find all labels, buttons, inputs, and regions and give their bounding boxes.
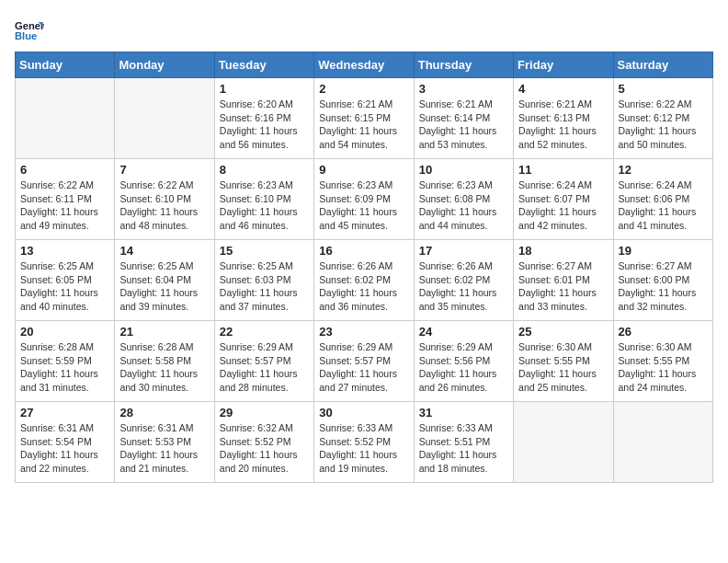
day-number: 3	[419, 82, 508, 96]
day-info: Sunrise: 6:33 AM Sunset: 5:51 PM Dayligh…	[419, 421, 508, 476]
weekday-header-tuesday: Tuesday	[214, 52, 313, 78]
day-info: Sunrise: 6:28 AM Sunset: 5:58 PM Dayligh…	[119, 340, 209, 395]
day-info: Sunrise: 6:25 AM Sunset: 6:03 PM Dayligh…	[220, 259, 309, 314]
day-number: 10	[419, 163, 508, 177]
day-number: 30	[319, 406, 408, 419]
day-number: 29	[220, 406, 309, 419]
calendar-cell: 12Sunrise: 6:24 AM Sunset: 6:06 PM Dayli…	[613, 159, 712, 240]
calendar-cell: 28Sunrise: 6:31 AM Sunset: 5:53 PM Dayli…	[115, 402, 214, 483]
calendar-cell: 15Sunrise: 6:25 AM Sunset: 6:03 PM Dayli…	[214, 240, 313, 321]
day-number: 20	[20, 325, 109, 339]
calendar-cell: 5Sunrise: 6:22 AM Sunset: 6:12 PM Daylig…	[613, 78, 712, 159]
week-row-3: 20Sunrise: 6:28 AM Sunset: 5:59 PM Dayli…	[16, 321, 713, 402]
day-number: 28	[119, 406, 209, 419]
day-number: 16	[319, 244, 408, 258]
calendar-cell: 10Sunrise: 6:23 AM Sunset: 6:08 PM Dayli…	[414, 159, 513, 240]
day-number: 2	[319, 82, 408, 96]
svg-text:General: General	[15, 20, 44, 31]
day-info: Sunrise: 6:32 AM Sunset: 5:52 PM Dayligh…	[220, 421, 309, 476]
day-info: Sunrise: 6:24 AM Sunset: 6:06 PM Dayligh…	[619, 178, 708, 233]
day-info: Sunrise: 6:21 AM Sunset: 6:15 PM Dayligh…	[319, 98, 408, 152]
day-info: Sunrise: 6:30 AM Sunset: 5:55 PM Dayligh…	[619, 340, 708, 395]
calendar-cell: 3Sunrise: 6:21 AM Sunset: 6:14 PM Daylig…	[414, 78, 513, 159]
weekday-header-friday: Friday	[514, 52, 613, 78]
day-info: Sunrise: 6:21 AM Sunset: 6:13 PM Dayligh…	[518, 98, 608, 152]
calendar-header-row: SundayMondayTuesdayWednesdayThursdayFrid…	[16, 52, 713, 78]
day-number: 12	[619, 163, 708, 177]
calendar-cell: 19Sunrise: 6:27 AM Sunset: 6:00 PM Dayli…	[613, 240, 712, 321]
day-number: 27	[20, 406, 109, 419]
calendar-cell: 27Sunrise: 6:31 AM Sunset: 5:54 PM Dayli…	[16, 402, 115, 483]
day-number: 9	[319, 163, 408, 177]
day-number: 21	[119, 325, 209, 339]
calendar-cell	[115, 78, 214, 159]
weekday-header-wednesday: Wednesday	[314, 52, 414, 78]
calendar-cell: 11Sunrise: 6:24 AM Sunset: 6:07 PM Dayli…	[514, 159, 613, 240]
calendar-cell: 13Sunrise: 6:25 AM Sunset: 6:05 PM Dayli…	[16, 240, 115, 321]
day-number: 22	[220, 325, 309, 339]
day-info: Sunrise: 6:27 AM Sunset: 6:00 PM Dayligh…	[619, 259, 708, 314]
day-info: Sunrise: 6:23 AM Sunset: 6:08 PM Dayligh…	[419, 178, 508, 233]
calendar-cell: 26Sunrise: 6:30 AM Sunset: 5:55 PM Dayli…	[613, 321, 712, 402]
day-number: 1	[220, 82, 309, 96]
calendar-cell: 2Sunrise: 6:21 AM Sunset: 6:15 PM Daylig…	[314, 78, 414, 159]
day-number: 7	[119, 163, 209, 177]
logo: General Blue	[15, 15, 48, 44]
day-number: 17	[419, 244, 508, 258]
calendar-cell: 8Sunrise: 6:23 AM Sunset: 6:10 PM Daylig…	[214, 159, 313, 240]
weekday-header-sunday: Sunday	[16, 52, 115, 78]
day-number: 5	[619, 82, 708, 96]
calendar-cell: 29Sunrise: 6:32 AM Sunset: 5:52 PM Dayli…	[214, 402, 313, 483]
day-info: Sunrise: 6:22 AM Sunset: 6:11 PM Dayligh…	[20, 178, 109, 233]
week-row-0: 1Sunrise: 6:20 AM Sunset: 6:16 PM Daylig…	[16, 78, 713, 159]
day-number: 26	[619, 325, 708, 339]
day-info: Sunrise: 6:20 AM Sunset: 6:16 PM Dayligh…	[220, 98, 309, 152]
calendar-cell: 4Sunrise: 6:21 AM Sunset: 6:13 PM Daylig…	[514, 78, 613, 159]
logo-icon: General Blue	[15, 15, 44, 44]
day-info: Sunrise: 6:23 AM Sunset: 6:10 PM Dayligh…	[220, 178, 309, 233]
day-info: Sunrise: 6:27 AM Sunset: 6:01 PM Dayligh…	[518, 259, 608, 314]
calendar-body: 1Sunrise: 6:20 AM Sunset: 6:16 PM Daylig…	[16, 78, 713, 483]
calendar-cell: 6Sunrise: 6:22 AM Sunset: 6:11 PM Daylig…	[16, 159, 115, 240]
day-info: Sunrise: 6:24 AM Sunset: 6:07 PM Dayligh…	[518, 178, 608, 233]
svg-text:Blue: Blue	[15, 30, 37, 41]
calendar-cell: 17Sunrise: 6:26 AM Sunset: 6:02 PM Dayli…	[414, 240, 513, 321]
day-info: Sunrise: 6:25 AM Sunset: 6:05 PM Dayligh…	[20, 259, 109, 314]
calendar-cell: 16Sunrise: 6:26 AM Sunset: 6:02 PM Dayli…	[314, 240, 414, 321]
day-number: 19	[619, 244, 708, 258]
week-row-1: 6Sunrise: 6:22 AM Sunset: 6:11 PM Daylig…	[16, 159, 713, 240]
day-number: 13	[20, 244, 109, 258]
calendar-cell: 22Sunrise: 6:29 AM Sunset: 5:57 PM Dayli…	[214, 321, 313, 402]
day-info: Sunrise: 6:30 AM Sunset: 5:55 PM Dayligh…	[518, 340, 608, 395]
calendar-cell: 25Sunrise: 6:30 AM Sunset: 5:55 PM Dayli…	[514, 321, 613, 402]
calendar-cell: 30Sunrise: 6:33 AM Sunset: 5:52 PM Dayli…	[314, 402, 414, 483]
calendar-cell: 18Sunrise: 6:27 AM Sunset: 6:01 PM Dayli…	[514, 240, 613, 321]
day-number: 15	[220, 244, 309, 258]
calendar-cell: 24Sunrise: 6:29 AM Sunset: 5:56 PM Dayli…	[414, 321, 513, 402]
calendar-cell: 14Sunrise: 6:25 AM Sunset: 6:04 PM Dayli…	[115, 240, 214, 321]
day-info: Sunrise: 6:26 AM Sunset: 6:02 PM Dayligh…	[319, 259, 408, 314]
day-number: 4	[518, 82, 608, 96]
calendar-cell	[16, 78, 115, 159]
day-info: Sunrise: 6:33 AM Sunset: 5:52 PM Dayligh…	[319, 421, 408, 476]
day-info: Sunrise: 6:26 AM Sunset: 6:02 PM Dayligh…	[419, 259, 508, 314]
day-info: Sunrise: 6:31 AM Sunset: 5:54 PM Dayligh…	[20, 421, 109, 476]
day-number: 14	[119, 244, 209, 258]
day-info: Sunrise: 6:22 AM Sunset: 6:10 PM Dayligh…	[119, 178, 209, 233]
calendar-cell	[514, 402, 613, 483]
day-info: Sunrise: 6:28 AM Sunset: 5:59 PM Dayligh…	[20, 340, 109, 395]
calendar-cell: 23Sunrise: 6:29 AM Sunset: 5:57 PM Dayli…	[314, 321, 414, 402]
weekday-header-saturday: Saturday	[613, 52, 712, 78]
day-number: 8	[220, 163, 309, 177]
day-number: 25	[518, 325, 608, 339]
day-info: Sunrise: 6:22 AM Sunset: 6:12 PM Dayligh…	[619, 98, 708, 152]
weekday-header-monday: Monday	[115, 52, 214, 78]
day-info: Sunrise: 6:23 AM Sunset: 6:09 PM Dayligh…	[319, 178, 408, 233]
day-number: 11	[518, 163, 608, 177]
day-number: 31	[419, 406, 508, 419]
day-number: 24	[419, 325, 508, 339]
day-number: 23	[319, 325, 408, 339]
day-info: Sunrise: 6:31 AM Sunset: 5:53 PM Dayligh…	[119, 421, 209, 476]
page-header: General Blue	[15, 15, 713, 44]
day-info: Sunrise: 6:29 AM Sunset: 5:57 PM Dayligh…	[319, 340, 408, 395]
